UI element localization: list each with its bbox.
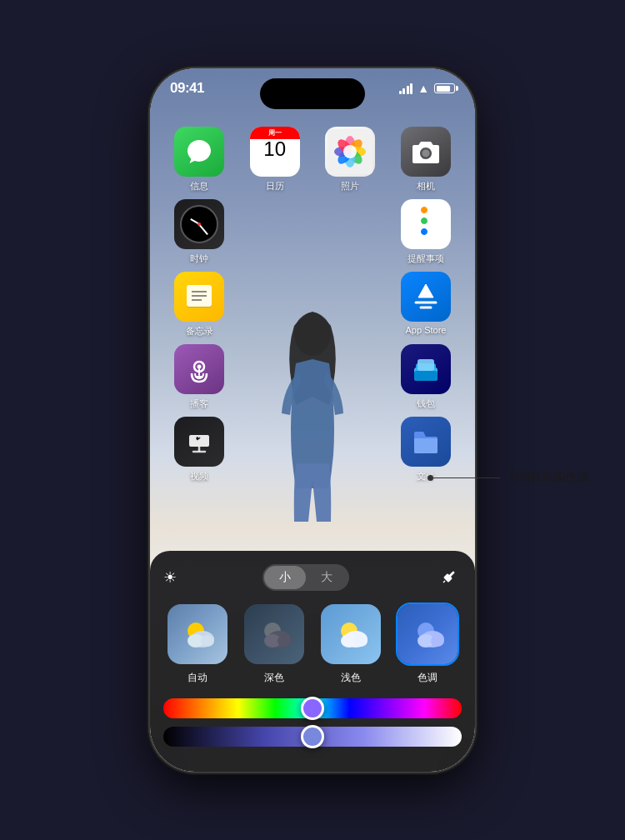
status-icons: ▲ [399, 82, 455, 95]
brightness-icon: ☀ [163, 568, 177, 587]
empty-slot-5 [242, 344, 308, 410]
theme-light[interactable]: 浅色 [317, 602, 385, 685]
wifi-icon: ▲ [418, 82, 429, 95]
app-row-5: 视频 文件 [167, 417, 458, 482]
app-reminders[interactable]: 提醒事项 [393, 199, 458, 265]
app-clock[interactable]: 时钟 [167, 199, 232, 265]
app-notes-label: 备忘录 [186, 325, 213, 338]
svg-point-43 [354, 635, 368, 647]
app-row-3: 备忘录 App Store [167, 272, 458, 338]
app-photos[interactable]: 照片 [318, 127, 382, 192]
app-notes[interactable]: 备忘录 [167, 272, 232, 338]
theme-light-icon [319, 602, 382, 666]
status-time: 09:41 [170, 80, 204, 97]
size-small[interactable]: 小 [264, 566, 306, 589]
app-reminders-label: 提醒事项 [408, 252, 444, 265]
svg-rect-26 [418, 359, 434, 371]
app-messages-label: 信息 [190, 180, 208, 192]
app-row-1: 信息 周一 10 日历 [167, 127, 458, 192]
phone-frame: 09:41 ▲ [150, 68, 475, 772]
annotation-dot [428, 475, 433, 481]
app-camera-label: 相机 [417, 180, 435, 192]
app-clock-label: 时钟 [190, 252, 208, 265]
outer-annotation: 为图标添加色调。 [428, 470, 600, 485]
bottom-panel: ☀ 小 大 [150, 551, 475, 772]
empty-slot-7 [242, 417, 308, 482]
battery-icon [434, 83, 455, 93]
app-photos-label: 照片 [341, 180, 359, 192]
eyedropper-button[interactable] [435, 564, 462, 591]
calendar-date: 10 [263, 139, 286, 159]
color-slider-container [163, 698, 462, 718]
app-row-4: 播客 钱包 [167, 344, 458, 410]
size-large[interactable]: 大 [306, 566, 348, 589]
theme-auto-icon [166, 602, 229, 666]
theme-dark[interactable]: 深色 [240, 602, 308, 685]
empty-slot-2 [318, 199, 382, 265]
theme-options: 自动 深色 [163, 602, 462, 685]
brightness-slider-container [163, 727, 462, 747]
theme-tint-icon [396, 602, 459, 666]
app-row-2: 时钟 [167, 199, 458, 265]
app-wallet-label: 钱包 [417, 398, 435, 410]
brightness-slider-thumb[interactable] [301, 725, 324, 748]
app-grid: 信息 周一 10 日历 [150, 127, 475, 489]
app-podcasts-label: 播客 [190, 398, 208, 410]
theme-dark-icon [242, 602, 306, 666]
svg-line-31 [443, 581, 445, 582]
svg-rect-28 [189, 435, 209, 447]
theme-tint-label: 色调 [418, 671, 438, 685]
signal-icon [399, 83, 413, 94]
empty-slot-6 [318, 344, 382, 410]
theme-tint[interactable]: 色调 [393, 602, 462, 685]
size-selector[interactable]: 小 大 [262, 564, 349, 591]
annotation-text: 为图标添加色调。 [507, 470, 600, 485]
theme-auto-label: 自动 [188, 671, 208, 685]
app-podcasts[interactable]: 播客 [167, 344, 232, 410]
app-calendar-label: 日历 [266, 180, 284, 192]
theme-light-label: 浅色 [341, 671, 361, 685]
svg-point-47 [431, 635, 444, 647]
app-messages[interactable]: 信息 [167, 127, 232, 192]
app-appstore[interactable]: App Store [393, 272, 458, 338]
svg-point-11 [343, 145, 357, 158]
svg-point-21 [198, 365, 202, 369]
empty-slot-3 [242, 272, 308, 338]
color-slider-thumb[interactable] [301, 697, 324, 720]
app-camera[interactable]: 相机 [393, 127, 458, 192]
app-wallet[interactable]: 钱包 [393, 344, 458, 410]
status-bar: 09:41 ▲ [150, 68, 475, 118]
app-appletv[interactable]: 视频 [167, 417, 232, 482]
phone-screen: 09:41 ▲ [150, 68, 475, 772]
brightness-slider[interactable] [163, 727, 462, 747]
empty-slot-4 [318, 272, 382, 338]
app-appletv-label: 视频 [190, 470, 208, 482]
reminders-content [414, 200, 438, 248]
empty-slot-1 [242, 199, 308, 265]
color-slider[interactable] [163, 698, 462, 718]
panel-top-row: ☀ 小 大 [163, 564, 462, 591]
theme-auto[interactable]: 自动 [163, 602, 232, 685]
clock-face [180, 205, 218, 243]
svg-point-39 [278, 635, 291, 647]
app-calendar[interactable]: 周一 10 日历 [242, 127, 308, 192]
annotation-line [433, 478, 500, 478]
svg-point-35 [201, 635, 214, 647]
empty-slot-8 [318, 417, 382, 482]
svg-point-12 [422, 150, 429, 158]
svg-rect-27 [414, 371, 438, 381]
app-appstore-label: App Store [406, 325, 447, 335]
theme-dark-label: 深色 [264, 671, 284, 685]
